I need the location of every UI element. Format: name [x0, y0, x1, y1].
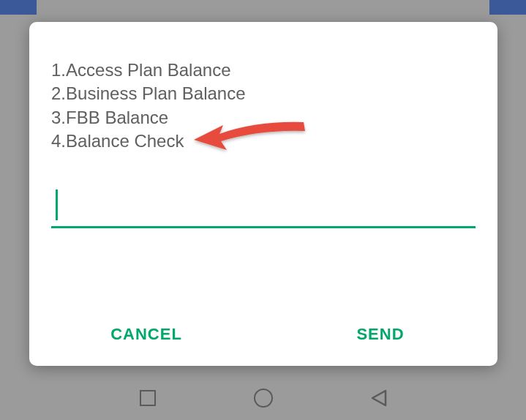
back-button[interactable] [369, 388, 389, 408]
ussd-input[interactable] [51, 194, 476, 228]
ussd-dialog: 1.Access Plan Balance 2.Business Plan Ba… [29, 22, 497, 366]
menu-item-label: Access Plan Balance [66, 60, 230, 80]
menu-list: 1.Access Plan Balance 2.Business Plan Ba… [51, 59, 476, 154]
square-icon [140, 390, 156, 406]
menu-item: 3.FBB Balance [51, 106, 476, 130]
menu-item-label: FBB Balance [66, 108, 168, 127]
cancel-button[interactable]: CANCEL [29, 325, 263, 344]
menu-item: 1.Access Plan Balance [51, 59, 476, 82]
send-button[interactable]: SEND [263, 325, 497, 344]
recent-apps-button[interactable] [138, 388, 158, 408]
menu-item-label: Balance Check [66, 131, 184, 151]
background-strip-left [0, 0, 37, 15]
circle-icon [254, 389, 273, 408]
menu-item-num: 3 [51, 108, 61, 127]
home-button[interactable] [253, 388, 274, 408]
background-strip-right [489, 0, 526, 15]
menu-item-num: 1 [51, 60, 61, 80]
input-wrapper [51, 194, 476, 228]
text-cursor [56, 190, 58, 220]
dialog-actions: CANCEL SEND [29, 310, 497, 366]
triangle-back-icon [369, 389, 388, 408]
menu-item: 4.Balance Check [51, 130, 476, 153]
dialog-content: 1.Access Plan Balance 2.Business Plan Ba… [29, 22, 497, 310]
menu-item-num: 2 [51, 83, 61, 103]
menu-item-num: 4 [51, 131, 61, 151]
menu-item-label: Business Plan Balance [66, 83, 245, 103]
menu-item: 2.Business Plan Balance [51, 82, 476, 105]
android-navbar [0, 376, 526, 420]
